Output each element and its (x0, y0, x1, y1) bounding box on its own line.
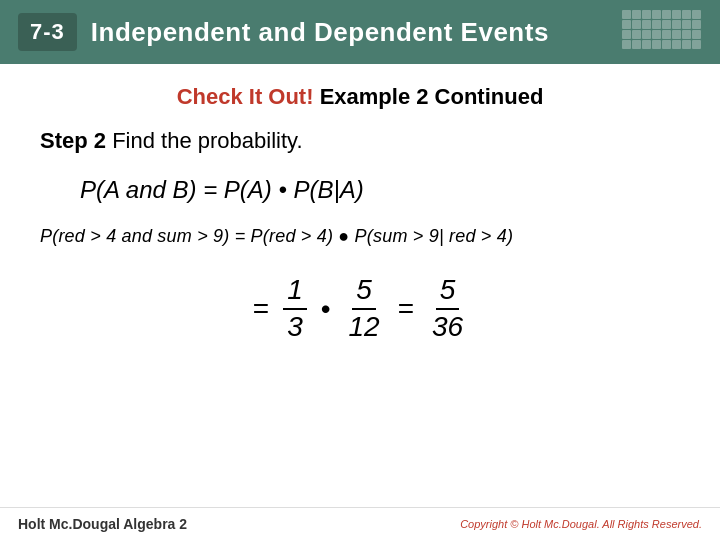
step2-line: Step 2 Find the probability. (40, 128, 680, 154)
example-label: Example 2 Continued (314, 84, 544, 109)
fraction-2-num: 5 (352, 275, 376, 310)
fraction-2-den: 12 (345, 310, 384, 343)
prob-text: P(red > 4 and sum > 9) = P(red > 4) ● P(… (40, 226, 513, 246)
fraction-1-num: 1 (283, 275, 307, 310)
check-it-out-line: Check It Out! Example 2 Continued (40, 84, 680, 110)
fraction-3: 5 36 (428, 275, 467, 343)
footer-left: Holt Mc.Dougal Algebra 2 (18, 516, 187, 532)
formula-text: P(A and B) = P(A) • P(B|A) (80, 176, 364, 203)
bullet-dot: • (321, 293, 331, 325)
equals-2: = (398, 293, 414, 325)
footer: Holt Mc.Dougal Algebra 2 Copyright © Hol… (0, 507, 720, 540)
check-label: Check It Out! (177, 84, 314, 109)
footer-right: Copyright © Holt Mc.Dougal. All Rights R… (460, 518, 702, 530)
equals-1: = (253, 293, 269, 325)
fraction-1-den: 3 (283, 310, 307, 343)
header-grid-decoration (622, 10, 702, 54)
content: Check It Out! Example 2 Continued Step 2… (0, 64, 720, 363)
fraction-2: 5 12 (345, 275, 384, 343)
prob-line: P(red > 4 and sum > 9) = P(red > 4) ● P(… (40, 226, 680, 247)
step2-text: Find the probability. (106, 128, 302, 153)
header: 7-3 Independent and Dependent Events (0, 0, 720, 64)
fraction-1: 1 3 (283, 275, 307, 343)
header-badge: 7-3 (18, 13, 77, 51)
fraction-3-num: 5 (436, 275, 460, 310)
fraction-3-den: 36 (428, 310, 467, 343)
calculation-block: = 1 3 • 5 12 = 5 36 (40, 275, 680, 343)
step2-number: Step 2 (40, 128, 106, 153)
formula-line: P(A and B) = P(A) • P(B|A) (80, 176, 680, 204)
header-title: Independent and Dependent Events (91, 17, 549, 48)
